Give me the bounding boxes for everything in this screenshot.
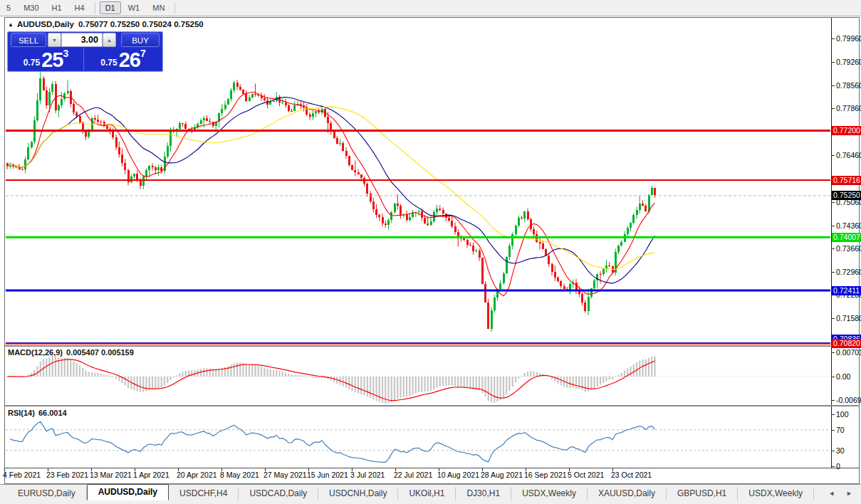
date-axis-label: 13 Mar 2021 (90, 471, 132, 479)
price-level-badge: 0.74007 (832, 233, 861, 242)
chart-tab-usdcnh-daily[interactable]: USDCNH,Daily (318, 487, 398, 500)
date-axis-label: 4 Feb 2021 (3, 471, 41, 479)
rsi-name: RSI(14) (8, 409, 35, 417)
tab-scroll-left-icon[interactable]: ◄ (828, 490, 835, 497)
sell-price-pips: 25 (41, 51, 63, 69)
macd-axis-tick (831, 352, 835, 353)
rsi-panel-splitter[interactable] (5, 405, 860, 406)
buy-price-pips: 26 (119, 51, 140, 69)
chart-title: AUDUSD,Daily0.75077 0.75250 0.75024 0.75… (17, 20, 208, 28)
date-axis-label: 27 May 2021 (263, 471, 307, 479)
rsi-axis-label: 0 (836, 462, 840, 471)
volume-decrease-button[interactable]: ▼ (48, 33, 61, 47)
price-axis-label: 0.74360 (836, 221, 861, 230)
price-axis-tick (831, 318, 835, 319)
price-axis-tick (831, 38, 835, 39)
price-axis-tick (831, 202, 835, 203)
tab-scroll-right-icon[interactable]: ► (846, 490, 852, 497)
macd-current-values: 0.005407 0.005159 (66, 348, 134, 357)
price-axis-tick (831, 248, 835, 249)
price-level-badge: 0.77200 (832, 126, 861, 135)
rsi-axis-label: 70 (836, 426, 845, 434)
rsi-axis-tick (831, 451, 835, 451)
price-axis-label: 0.78560 (836, 81, 861, 90)
date-axis-label: 23 Feb 2021 (46, 471, 88, 479)
time-axis-line (5, 468, 860, 468)
macd-axis-label: -0.006923 (836, 396, 861, 404)
buy-price-bigfigure: 0.75 (100, 57, 117, 69)
sell-button[interactable]: SELL (11, 33, 46, 47)
date-axis-label: 3 Jul 2021 (350, 471, 385, 479)
volume-input[interactable]: 3.00 (61, 33, 103, 47)
sell-price-bigfigure: 0.75 (24, 57, 40, 69)
price-axis-tick (831, 155, 835, 156)
chart-collapse-icon[interactable]: ▲ (8, 21, 14, 28)
sell-price-point: 3 (63, 49, 68, 58)
chart-tab-usdchf-h4[interactable]: USDCHF,H4 (169, 487, 239, 500)
macd-axis-tick (831, 377, 835, 377)
rsi-current-value: 66.0014 (38, 409, 67, 417)
price-level-badge: 0.72411 (832, 286, 861, 295)
macd-name: MACD(12,26,9) (8, 348, 63, 357)
spinner-down-icon: ▼ (52, 38, 57, 43)
buy-button[interactable]: BUY (121, 33, 160, 47)
sell-price-panel[interactable]: 0.75253 (9, 48, 84, 70)
price-axis-label: 0.76460 (836, 151, 861, 159)
price-axis-tick (831, 108, 835, 109)
volume-increase-button[interactable]: ▲ (103, 33, 116, 47)
spinner-up-icon: ▲ (107, 38, 112, 43)
rsi-axis-tick (831, 430, 835, 431)
price-axis-label: 0.77860 (836, 104, 861, 112)
status-bar (0, 500, 861, 504)
tab-scroll-arrows: ◄► (828, 490, 861, 500)
chart-tab-usdx-weekly[interactable]: USDX,Weekly (738, 487, 814, 500)
date-axis-label: 15 Jun 2021 (307, 471, 348, 479)
one-click-trade-widget: SELL ▼ 3.00 ▲ BUY 0.75253 0.75267 (7, 31, 163, 72)
chart-ohlc-values: 0.75077 0.75250 0.75024 0.75250 (78, 20, 204, 28)
rsi-axis-tick (831, 414, 835, 415)
rsi-indicator-label: RSI(14)66.0014 (8, 409, 67, 417)
rsi-axis-tick (831, 466, 835, 467)
macd-axis-tick (831, 400, 835, 401)
chart-tab-ukoil-h1[interactable]: UKOil,H1 (398, 487, 456, 500)
chart-tab-bar: EURUSD,DailyAUDUSD,DailyUSDCHF,H4USDCAD,… (0, 484, 861, 500)
price-axis-label: 0.73660 (836, 244, 861, 253)
chart-symbol-label: AUDUSD,Daily (17, 20, 74, 28)
price-level-badge: 0.75716 (832, 176, 861, 185)
date-axis-label: 16 Sep 2021 (524, 471, 567, 479)
chart-tab-eurusd-daily[interactable]: EURUSD,Daily (7, 487, 87, 500)
chart-plot-area[interactable] (0, 0, 861, 504)
date-axis-label: 23 Oct 2021 (611, 471, 652, 479)
price-axis-label: 0.72960 (836, 268, 861, 276)
chart-tab-usdx-weekly[interactable]: USDX,Weekly (511, 487, 588, 500)
date-axis-label: 1 Apr 2021 (133, 471, 169, 479)
chart-tab-gbpusd-h1[interactable]: GBPUSD,H1 (667, 487, 738, 500)
rsi-axis-label: 100 (836, 410, 849, 419)
date-axis-label: 22 Jul 2021 (394, 471, 432, 479)
price-axis-tick (831, 272, 835, 273)
chart-tab-dj30-h1[interactable]: DJ30,H1 (456, 487, 511, 500)
chart-tab-usdcad-daily[interactable]: USDCAD,Daily (239, 487, 318, 500)
date-axis-label: 28 Aug 2021 (481, 471, 523, 479)
buy-price-point: 7 (140, 49, 146, 58)
rsi-axis-label: 30 (836, 446, 845, 455)
date-axis-label: 5 Oct 2021 (568, 471, 604, 479)
macd-axis-label: 0.00 (836, 372, 850, 381)
chart-tab-xauusd-daily[interactable]: XAUUSD,Daily (588, 487, 667, 500)
bid-price-badge: 0.75250 (832, 191, 861, 200)
macd-indicator-label: MACD(12,26,9)0.005407 0.005159 (8, 348, 134, 357)
buy-price-panel[interactable]: 0.75267 (85, 48, 162, 70)
date-axis-label: 20 Apr 2021 (177, 471, 217, 479)
price-axis-label: 0.79960 (836, 34, 861, 43)
price-axis-tick (831, 85, 835, 86)
price-level-badge: 0.70820 (832, 339, 861, 348)
price-axis-label: 0.71580 (836, 314, 861, 322)
date-axis-label: 8 May 2021 (220, 471, 259, 479)
price-axis-tick (831, 62, 835, 63)
macd-axis-label: 0.007015 (836, 348, 861, 357)
date-axis-label: 10 Aug 2021 (437, 471, 479, 479)
price-axis-label: 0.79260 (836, 58, 861, 66)
macd-panel-splitter[interactable] (5, 345, 860, 347)
price-axis-tick (831, 226, 835, 226)
chart-tab-audusd-daily[interactable]: AUDUSD,Daily (87, 484, 169, 500)
